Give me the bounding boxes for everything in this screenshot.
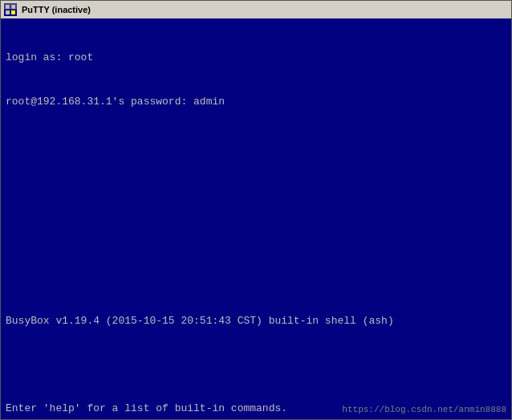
terminal-body[interactable]: login as: root root@192.168.31.1's passw…: [1, 18, 511, 419]
putty-icon: [4, 3, 17, 16]
svg-rect-3: [6, 10, 10, 14]
terminal-output: login as: root root@192.168.31.1's passw…: [6, 22, 506, 419]
terminal-line-2: root@192.168.31.1's password: admin: [6, 95, 506, 109]
watermark: https://blog.csdn.net/anmin8888: [342, 405, 506, 414]
terminal-line-8: [6, 357, 506, 372]
window-title: PuTTY (inactive): [22, 5, 91, 14]
svg-rect-4: [11, 10, 15, 14]
svg-rect-1: [6, 5, 10, 9]
terminal-line-6: [6, 270, 506, 284]
terminal-line-5: [6, 226, 506, 241]
terminal-line-4: [6, 182, 506, 197]
terminal-line-3: [6, 139, 506, 153]
terminal-line-7: BusyBox v1.19.4 (2015-10-15 20:51:43 CST…: [6, 314, 506, 328]
title-bar[interactable]: PuTTY (inactive): [1, 1, 511, 18]
terminal-line-1: login as: root: [6, 51, 506, 65]
putty-window: PuTTY (inactive) login as: root root@192…: [0, 0, 512, 420]
svg-rect-2: [11, 5, 15, 9]
